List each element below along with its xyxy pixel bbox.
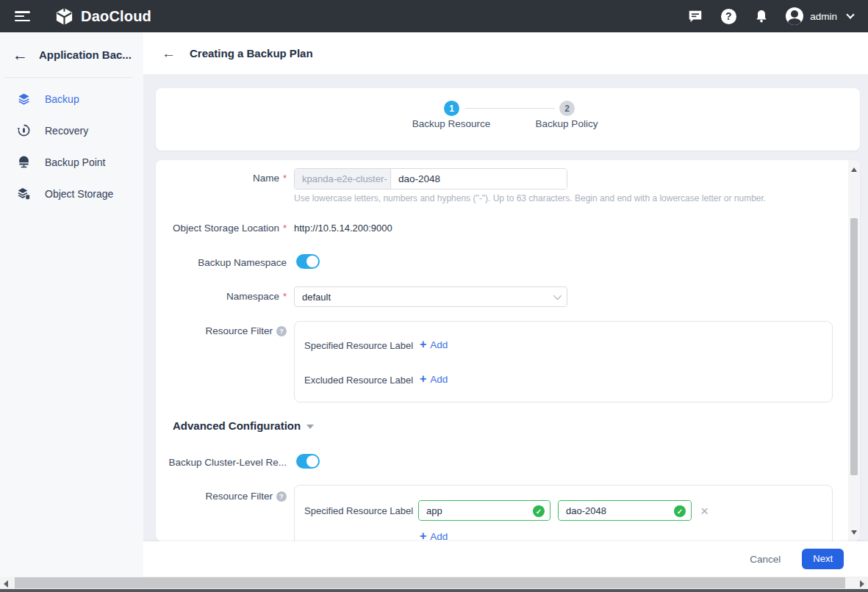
step-2-circle: 2	[559, 101, 575, 116]
page-header: ← Creating a Backup Plan	[143, 32, 868, 74]
name-input-group: kpanda-e2e-cluster-	[294, 168, 567, 189]
plus-icon: +	[420, 530, 426, 541]
backup-cluster-level-label: Backup Cluster-Level Re...	[156, 457, 287, 468]
top-navbar: DaoCloud ? admin	[0, 0, 868, 32]
namespace-selected-value: default	[302, 292, 331, 303]
page-back-arrow-icon[interactable]: ←	[162, 46, 176, 60]
plus-icon: +	[420, 339, 426, 350]
backup-cluster-level-toggle[interactable]	[296, 454, 320, 469]
help-tooltip-icon[interactable]: ?	[276, 491, 287, 502]
backup-plan-form: Name* kpanda-e2e-cluster- Use lowercase …	[156, 160, 860, 541]
label-value-field: ✓	[558, 500, 692, 521]
required-marker: *	[283, 291, 287, 302]
scroll-up-arrow-icon[interactable]	[851, 167, 857, 172]
user-menu-chevron-down-icon[interactable]	[846, 10, 854, 18]
daocloud-logo-icon	[54, 7, 74, 26]
brand: DaoCloud	[54, 7, 151, 26]
stepper-connector	[465, 108, 555, 109]
backup-namespace-label: Backup Namespace	[156, 257, 287, 268]
label-key-input[interactable]	[419, 501, 550, 520]
sidebar-item-backup[interactable]: Backup	[0, 83, 143, 115]
object-storage-location-value: http://10.5.14.200:9000	[294, 223, 392, 234]
remove-label-row-icon[interactable]: ×	[700, 504, 709, 518]
sidebar-item-label: Recovery	[45, 125, 88, 137]
add-specified-label-2-button[interactable]: + Add	[420, 530, 448, 541]
advanced-configuration-toggle[interactable]: Advanced Configuration	[173, 419, 314, 432]
restore-icon	[16, 123, 31, 138]
label-value-input[interactable]	[559, 501, 691, 520]
sidebar: ← Application Bac... Backup Re	[0, 32, 143, 577]
username-label: admin	[810, 11, 837, 22]
resource-filter-box: Specified Resource Label + Add Excluded …	[294, 321, 833, 403]
object-storage-location-label: Object Storage Location*	[156, 223, 287, 234]
sidebar-title: Application Bac...	[39, 48, 132, 61]
specified-resource-label: Specified Resource Label	[304, 505, 413, 516]
brand-name: DaoCloud	[81, 8, 151, 25]
plus-icon: +	[420, 373, 426, 385]
scroll-left-arrow-icon[interactable]	[4, 580, 8, 588]
layers-icon	[16, 92, 31, 107]
resource-filter-2-label: Resource Filter ?	[156, 491, 287, 502]
step-1-label: Backup Resource	[392, 118, 510, 129]
messages-icon[interactable]	[686, 7, 704, 25]
excluded-resource-label: Excluded Resource Label	[304, 375, 413, 386]
name-prefix: kpanda-e2e-cluster-	[295, 169, 391, 189]
step-2-label: Backup Policy	[508, 118, 625, 129]
notifications-bell-icon[interactable]	[753, 7, 770, 25]
add-excluded-label-button[interactable]: + Add	[420, 373, 448, 385]
required-marker: *	[283, 173, 287, 184]
cancel-button[interactable]: Cancel	[750, 554, 781, 565]
page-title: Creating a Backup Plan	[190, 47, 313, 59]
storage-drive-icon	[16, 155, 31, 170]
sidebar-item-label: Backup Point	[45, 156, 106, 168]
name-label: Name*	[156, 173, 287, 184]
step-1-circle: 1	[444, 101, 459, 116]
next-button[interactable]: Next	[802, 549, 844, 569]
sidebar-back-arrow-icon[interactable]: ←	[12, 47, 28, 62]
menu-hamburger-icon[interactable]	[15, 11, 30, 21]
sidebar-item-label: Backup	[45, 93, 79, 105]
sidebar-item-object-storage[interactable]: Object Storage	[0, 178, 143, 209]
namespace-select[interactable]: default	[294, 286, 567, 307]
user-avatar[interactable]	[786, 7, 803, 25]
form-footer: Cancel Next	[143, 541, 868, 577]
object-storage-icon	[16, 187, 31, 201]
valid-check-icon: ✓	[533, 505, 545, 517]
stepper-card: 1 2 Backup Resource Backup Policy	[156, 88, 860, 151]
sidebar-item-recovery[interactable]: Recovery	[0, 115, 143, 146]
help-icon[interactable]: ?	[720, 7, 737, 25]
help-tooltip-icon[interactable]: ?	[276, 326, 287, 336]
backup-namespace-toggle[interactable]	[296, 254, 320, 269]
chevron-down-icon	[553, 292, 562, 300]
specified-resource-label: Specified Resource Label	[304, 340, 413, 351]
scroll-right-arrow-icon[interactable]	[860, 580, 864, 588]
add-specified-label-button[interactable]: + Add	[420, 339, 448, 350]
resource-filter-label: Resource Filter ?	[156, 325, 287, 336]
required-marker: *	[283, 223, 287, 234]
horizontal-scrollbar-thumb[interactable]	[15, 577, 845, 588]
window-bottom-edge	[0, 589, 868, 592]
sidebar-item-label: Object Storage	[45, 188, 113, 200]
name-help-text: Use lowercase letters, numbers and hyphe…	[294, 193, 766, 203]
caret-down-icon	[306, 425, 314, 429]
vertical-scrollbar-thumb[interactable]	[850, 218, 858, 475]
scroll-down-arrow-icon[interactable]	[851, 530, 857, 535]
sidebar-item-backup-point[interactable]: Backup Point	[0, 146, 143, 178]
label-key-field: ✓	[418, 500, 550, 521]
valid-check-icon: ✓	[674, 505, 686, 517]
resource-filter-2-box: Specified Resource Label ✓ ✓ × + Add	[294, 485, 833, 541]
name-input[interactable]	[391, 169, 567, 189]
namespace-label: Namespace*	[156, 291, 287, 302]
